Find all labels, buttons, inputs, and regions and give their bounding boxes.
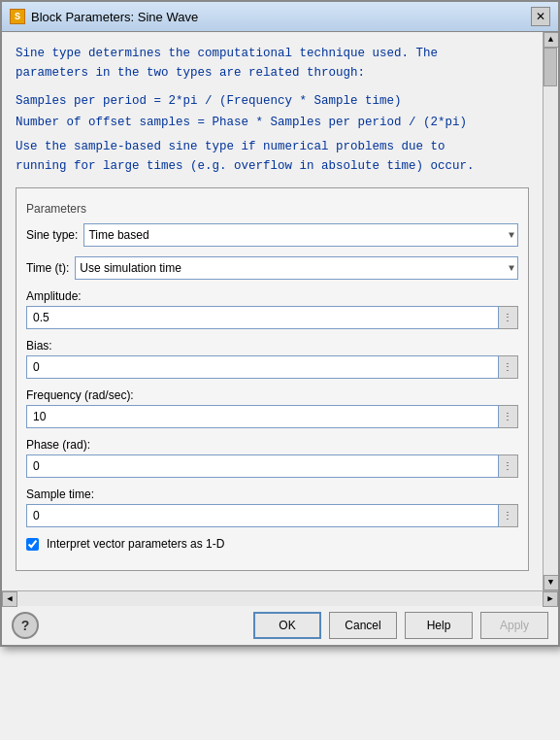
scroll-left-arrow[interactable]: ◀ <box>2 591 17 607</box>
checkbox-label: Interpret vector parameters as 1-D <box>47 537 224 551</box>
scroll-right-arrow[interactable]: ▶ <box>543 591 558 607</box>
amplitude-label: Amplitude: <box>26 289 518 303</box>
sample-time-label: Sample time: <box>26 488 518 501</box>
bias-row: Bias: ⋮ <box>26 339 518 379</box>
frequency-label: Frequency (rad/sec): <box>26 388 518 402</box>
sample-time-input-group: ⋮ <box>26 504 518 527</box>
sine-type-row: Sine type: Time based Sample based ▼ <box>26 223 518 247</box>
frequency-row: Frequency (rad/sec): ⋮ <box>26 388 518 428</box>
bias-label: Bias: <box>26 339 518 353</box>
scroll-thumb-area <box>544 48 558 575</box>
time-select[interactable]: Use simulation time Use external signal <box>75 256 518 280</box>
scroll-down-arrow[interactable]: ▼ <box>544 575 559 590</box>
frequency-input-group: ⋮ <box>26 405 518 428</box>
desc-line3: Use the sample-based sine type if numeri… <box>16 140 445 153</box>
title-bar-left: S Block Parameters: Sine Wave <box>10 9 198 24</box>
checkbox-row: Interpret vector parameters as 1-D <box>26 537 518 551</box>
parameters-section: Parameters Sine type: Time based Sample … <box>16 187 529 571</box>
sine-type-select[interactable]: Time based Sample based <box>83 223 518 247</box>
bias-input[interactable] <box>26 355 499 379</box>
amplitude-input-group: ⋮ <box>26 306 518 329</box>
dialog-block-parameters: S Block Parameters: Sine Wave ✕ Sine typ… <box>0 0 560 647</box>
desc-note: Use the sample-based sine type if numeri… <box>16 137 529 176</box>
vector-checkbox[interactable] <box>26 538 39 551</box>
sample-time-dots-button[interactable]: ⋮ <box>499 504 518 527</box>
help-icon-button[interactable]: ? <box>12 612 39 639</box>
ok-button[interactable]: OK <box>253 612 321 639</box>
hscroll-track <box>17 591 543 606</box>
cancel-button[interactable]: Cancel <box>329 612 397 639</box>
sample-time-input[interactable] <box>26 504 499 527</box>
window-title: Block Parameters: Sine Wave <box>31 10 198 24</box>
parameters-label: Parameters <box>26 202 518 216</box>
button-row: ? OK Cancel Help Apply <box>2 606 558 645</box>
amplitude-dots-button[interactable]: ⋮ <box>499 306 518 329</box>
phase-input-group: ⋮ <box>26 454 518 478</box>
frequency-dots-button[interactable]: ⋮ <box>499 405 518 428</box>
phase-dots-button[interactable]: ⋮ <box>499 454 518 478</box>
main-content: Sine type determines the computational t… <box>2 32 543 590</box>
help-button[interactable]: Help <box>405 612 473 639</box>
scrollable-content: Sine type determines the computational t… <box>2 32 558 590</box>
sine-type-label: Sine type: <box>26 228 78 242</box>
scroll-thumb[interactable] <box>544 48 557 86</box>
horizontal-scrollbar: ◀ ▶ <box>2 590 558 606</box>
sine-type-wrapper: Time based Sample based ▼ <box>83 223 518 247</box>
time-row: Time (t): Use simulation time Use extern… <box>26 256 518 280</box>
bias-input-group: ⋮ <box>26 355 518 379</box>
vertical-scrollbar[interactable]: ▲ ▼ <box>543 32 558 590</box>
close-button[interactable]: ✕ <box>531 7 550 26</box>
frequency-input[interactable] <box>26 405 499 428</box>
sample-time-row: Sample time: ⋮ <box>26 488 518 527</box>
phase-input[interactable] <box>26 454 499 478</box>
time-wrapper: Use simulation time Use external signal … <box>75 256 518 280</box>
time-label: Time (t): <box>26 261 69 275</box>
desc-line1: Sine type determines the computational t… <box>16 47 438 60</box>
scroll-up-arrow[interactable]: ▲ <box>544 32 559 48</box>
dialog-buttons: OK Cancel Help Apply <box>253 612 548 639</box>
amplitude-row: Amplitude: ⋮ <box>26 289 518 329</box>
apply-button[interactable]: Apply <box>480 612 548 639</box>
phase-row: Phase (rad): ⋮ <box>26 438 518 478</box>
desc-line2: parameters in the two types are related … <box>16 66 365 80</box>
amplitude-input[interactable] <box>26 306 499 329</box>
formula2: Number of offset samples = Phase * Sampl… <box>16 116 529 129</box>
title-bar: S Block Parameters: Sine Wave ✕ <box>2 2 558 32</box>
window-icon: S <box>10 9 25 24</box>
desc-line4: running for large times (e.g. overflow i… <box>16 159 475 173</box>
formula1: Samples per period = 2*pi / (Frequency *… <box>16 94 529 108</box>
description-text: Sine type determines the computational t… <box>16 44 529 83</box>
phase-label: Phase (rad): <box>26 438 518 452</box>
bias-dots-button[interactable]: ⋮ <box>499 355 518 379</box>
